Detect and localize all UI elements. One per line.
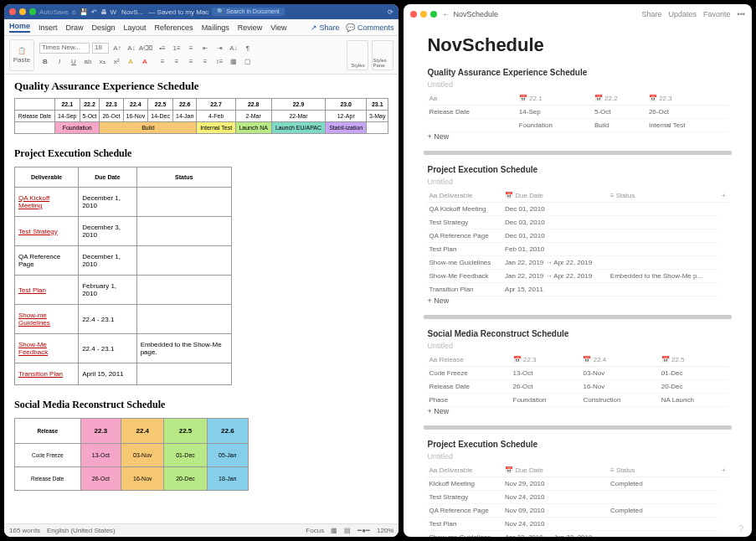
page-title[interactable]: NovSchedule xyxy=(427,34,728,56)
borders-button[interactable]: ▢ xyxy=(242,56,254,67)
share-button[interactable]: ↗ Share xyxy=(311,23,340,32)
font-color-button[interactable]: A xyxy=(139,56,151,67)
font-size-select[interactable]: 18 xyxy=(92,43,109,54)
table-row: QA Kickoff MeetingDec 01, 2010 xyxy=(427,203,728,216)
align-center-button[interactable]: ≡ xyxy=(171,56,183,67)
breadcrumb[interactable]: NovSchedule xyxy=(453,10,498,18)
share-button[interactable]: Share xyxy=(641,10,661,18)
tab-draw[interactable]: Draw xyxy=(66,23,84,32)
notion-content[interactable]: NovSchedule Quality Assurance Experience… xyxy=(404,24,752,537)
subscript-button[interactable]: x₂ xyxy=(96,56,108,67)
table-row: Code Freeze13-Oct03-Nov01-Dec05-Jan xyxy=(15,444,249,467)
focus-button[interactable]: Focus xyxy=(306,527,324,534)
divider xyxy=(424,151,732,155)
table-row: Test StrategyDec 03, 2010 xyxy=(427,216,728,229)
notion-section: Social Media Reconstruct Schedule Untitl… xyxy=(427,329,728,415)
favorite-button[interactable]: Favorite xyxy=(703,10,731,18)
align-right-button[interactable]: ≡ xyxy=(185,56,197,67)
help-button[interactable]: ? xyxy=(738,524,743,533)
notion-section: Project Execution Schedule Untitled Aa D… xyxy=(427,165,728,305)
underline-button[interactable]: U xyxy=(68,56,80,67)
tab-references[interactable]: References xyxy=(155,23,193,32)
home-icon[interactable]: ⌂ xyxy=(72,8,76,16)
close-icon[interactable] xyxy=(410,11,417,18)
bullets-button[interactable]: •≡ xyxy=(157,43,168,54)
maximize-icon[interactable] xyxy=(29,8,36,15)
filename[interactable]: NovS... xyxy=(121,8,143,16)
save-icon[interactable]: 💾 xyxy=(80,8,88,16)
superscript-button[interactable]: x² xyxy=(111,56,122,67)
indent-button[interactable]: ⇥ xyxy=(213,43,225,54)
new-row-button[interactable]: + New xyxy=(427,132,728,141)
table-row: QA Reference PageNov 09, 2010Completed xyxy=(427,504,728,518)
ribbon: 📋 Paste Times New... 18 A↑ A↓ A⌫ B I U a… xyxy=(4,36,399,75)
table-row: Test StrategyDecember 3, 2010 xyxy=(15,217,232,246)
outdent-button[interactable]: ⇤ xyxy=(199,43,211,54)
comments-button[interactable]: 💬 Comments xyxy=(346,23,393,32)
table-row: Release Date26-Oct16-Nov20-Dec18-Jan xyxy=(15,467,249,491)
table-row: Show-Me Feedback22.4 - 23.1Embedded to t… xyxy=(15,334,232,363)
show-marks-button[interactable]: ¶ xyxy=(242,43,254,54)
line-spacing-button[interactable]: ↕≡ xyxy=(213,56,225,67)
table-row: Test StrategyNov 24, 2010 xyxy=(427,491,728,504)
paste-button[interactable]: 📋 Paste xyxy=(9,39,34,71)
zoom-level[interactable]: 120% xyxy=(377,527,393,534)
word-window: AutoSave ⌂ 💾 ↶ 🖶 W NovS... — Saved to my… xyxy=(4,4,399,537)
highlight-button[interactable]: A xyxy=(125,56,136,67)
table-row: Show-me Guidelines22.4 - 23.1 xyxy=(15,305,232,334)
tab-design[interactable]: Design xyxy=(92,23,116,32)
more-icon[interactable]: ••• xyxy=(738,10,745,18)
updates-button[interactable]: Updates xyxy=(669,10,697,18)
document-area[interactable]: Quality Assurance Experience Schedule 22… xyxy=(4,75,399,523)
sort-button[interactable]: A↓ xyxy=(228,43,239,54)
italic-button[interactable]: I xyxy=(54,56,65,67)
print-icon[interactable]: 🖶 xyxy=(100,8,107,16)
table-row: Release Date14-Sep5-Oct26-Oct xyxy=(427,106,728,119)
grow-font-button[interactable]: A↑ xyxy=(111,43,123,54)
bold-button[interactable]: B xyxy=(39,56,51,67)
tab-mailings[interactable]: Mailings xyxy=(202,23,229,32)
styles-gallery[interactable]: Styles xyxy=(347,40,368,70)
social-table: Release22.322.422.522.6 Code Freeze13-Oc… xyxy=(14,418,249,491)
tab-layout[interactable]: Layout xyxy=(124,23,147,32)
social-heading: Social Media Reconstruct Schedule xyxy=(14,399,388,411)
close-icon[interactable] xyxy=(9,8,16,15)
align-left-button[interactable]: ≡ xyxy=(157,56,168,67)
strike-button[interactable]: ab xyxy=(82,56,94,67)
multilevel-button[interactable]: ≡ xyxy=(185,43,197,54)
shrink-font-button[interactable]: A↓ xyxy=(126,43,137,54)
tab-view[interactable]: View xyxy=(270,23,286,32)
notion-section: Project Execution Schedule Untitled Aa D… xyxy=(427,440,728,537)
font-name-select[interactable]: Times New... xyxy=(39,43,90,54)
tab-insert[interactable]: Insert xyxy=(39,23,58,32)
tab-home[interactable]: Home xyxy=(9,22,30,33)
proj-heading: Project Execution Schedule xyxy=(14,147,388,160)
table-row: Test PlanNov 24, 2010 xyxy=(427,518,728,531)
table-row: QA Kickoff MeetingDecember 1, 2010 xyxy=(15,188,232,217)
view-print-icon[interactable]: ▦ xyxy=(331,527,337,534)
word-count[interactable]: 165 words xyxy=(9,527,40,534)
zoom-slider[interactable]: ━●━ xyxy=(357,527,370,534)
new-row-button[interactable]: + New xyxy=(427,407,728,415)
table-row: Foundation Build Internal Test Launch NA… xyxy=(15,122,388,134)
table-row: Code Freeze13-Oct03-Nov01-Dec xyxy=(427,367,728,380)
sync-icon[interactable]: ⟳ xyxy=(388,8,393,16)
table-row: Release Date26-Oct16-Nov20-Dec xyxy=(427,380,728,394)
view-web-icon[interactable]: ▤ xyxy=(344,527,351,534)
styles-pane-button[interactable]: Styles Pane xyxy=(372,40,393,70)
numbering-button[interactable]: 1≡ xyxy=(171,43,183,54)
table-row: Transition PlanApr 15, 2011 xyxy=(427,283,728,296)
back-button[interactable]: ← xyxy=(442,10,450,18)
search-input[interactable]: 🔍 Search in Document xyxy=(212,8,284,16)
clear-format-button[interactable]: A⌫ xyxy=(140,43,152,54)
minimize-icon[interactable] xyxy=(420,11,427,18)
justify-button[interactable]: ≡ xyxy=(199,56,211,67)
table-row: Kickoff MeetingNov 29, 2010Completed xyxy=(427,477,728,491)
shading-button[interactable]: ▦ xyxy=(228,56,239,67)
undo-icon[interactable]: ↶ xyxy=(91,8,97,16)
maximize-icon[interactable] xyxy=(430,11,437,18)
minimize-icon[interactable] xyxy=(19,8,26,15)
new-row-button[interactable]: + New xyxy=(427,296,728,305)
tab-review[interactable]: Review xyxy=(238,23,263,32)
language-status[interactable]: English (United States) xyxy=(47,527,116,534)
